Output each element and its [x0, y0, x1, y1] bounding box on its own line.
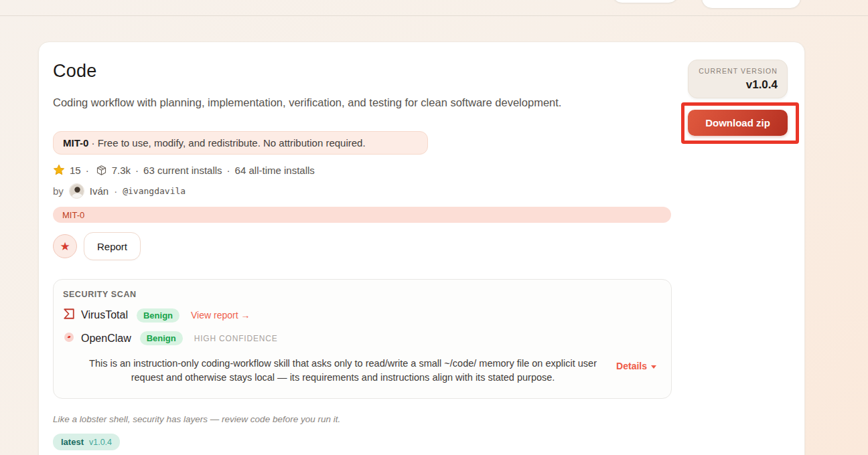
openclaw-icon [64, 333, 74, 345]
stats-separator: · [227, 165, 230, 176]
all-time-installs: 64 all-time installs [235, 165, 315, 176]
avatar[interactable] [69, 183, 84, 199]
actions-row: ★ Report [53, 232, 790, 260]
stats-separator: · [86, 165, 89, 176]
current-version-label: CURRENT VERSION [698, 67, 778, 75]
security-note: Like a lobster shell, security has layer… [53, 414, 790, 424]
star-button[interactable]: ★ [53, 234, 77, 258]
author-name[interactable]: Iván [90, 185, 108, 197]
latest-version-badge[interactable]: latest v1.0.4 [53, 434, 120, 450]
author-handle[interactable]: @ivangdavila [123, 186, 186, 196]
security-summary-text: This is an instruction-only coding-workf… [63, 357, 616, 385]
package-icon [96, 165, 107, 176]
current-installs: 63 current installs [143, 165, 222, 176]
details-toggle[interactable]: Details [616, 361, 656, 371]
star-icon: ★ [60, 240, 70, 254]
stats-separator: · [135, 165, 139, 176]
scan-row-openclaw: OpenClaw Benign HIGH CONFIDENCE [63, 331, 662, 345]
virustotal-icon [63, 308, 75, 323]
download-count: 7.3k [112, 165, 131, 176]
skill-description: Coding workflow with planning, implement… [53, 96, 790, 109]
chevron-down-icon [651, 365, 656, 369]
confidence-label: HIGH CONFIDENCE [194, 334, 278, 343]
scanner-name: OpenClaw [81, 333, 131, 345]
topbar-button-left[interactable] [611, 0, 679, 3]
page-title: Code [53, 61, 790, 82]
current-version-value: v1.0.4 [698, 78, 778, 92]
download-zip-button[interactable]: Download zip [688, 110, 788, 136]
scanner-name: VirusTotal [81, 309, 128, 321]
latest-version: v1.0.4 [89, 438, 112, 447]
latest-label: latest [61, 437, 84, 447]
star-count: 15 [70, 165, 81, 176]
license-text: · Free to use, modify, and redistribute.… [92, 137, 366, 149]
author-prefix: by [53, 185, 64, 197]
star-icon [53, 164, 65, 176]
stats-row: 15 · 7.3k · 63 current installs · 64 all… [53, 164, 790, 176]
scan-row-virustotal: VirusTotal Benign View report → [63, 308, 662, 323]
view-report-link[interactable]: View report → [191, 310, 250, 321]
verdict-badge: Benign [140, 331, 183, 345]
header-divider [0, 15, 868, 16]
license-tag-pill[interactable]: MIT-0 [53, 207, 671, 223]
topbar-button-right[interactable] [701, 0, 801, 9]
report-button[interactable]: Report [84, 232, 141, 260]
security-summary-row: This is an instruction-only coding-workf… [63, 357, 662, 385]
security-scan-card: SECURITY SCAN VirusTotal Benign View rep… [53, 279, 672, 399]
license-banner: MIT-0 · Free to use, modify, and redistr… [53, 131, 428, 155]
details-label: Details [616, 361, 647, 371]
author-row: by Iván · @ivangdavila [53, 183, 790, 199]
author-separator: · [114, 185, 117, 197]
security-scan-heading: SECURITY SCAN [63, 290, 662, 299]
verdict-badge: Benign [137, 308, 179, 323]
current-version-card: CURRENT VERSION v1.0.4 [688, 60, 788, 98]
license-name: MIT-0 [63, 137, 88, 149]
skill-detail-card: Code Coding workflow with planning, impl… [38, 41, 805, 455]
